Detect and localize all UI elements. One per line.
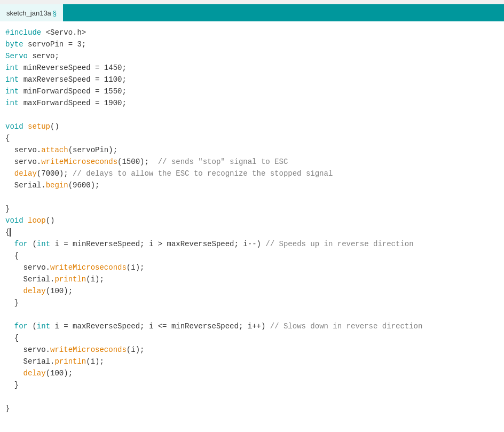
code-line: { — [3, 226, 504, 238]
top-spacer — [0, 0, 504, 4]
code-line: void setup() — [3, 121, 504, 132]
code-line: delay(7000); // delays to allow the ESC … — [3, 168, 504, 179]
app-container: sketch_jan13a § #include <Servo.h> byte … — [0, 0, 504, 432]
tab-label: sketch_jan13a — [6, 9, 51, 17]
tab-symbol: § — [53, 9, 57, 17]
code-line: servo.writeMicroseconds(i); — [3, 262, 504, 273]
code-area: #include <Servo.h> byte servoPin = 3; Se… — [0, 21, 504, 432]
code-line: { — [3, 332, 504, 344]
code-line: for (int i = minReverseSpeed; i > maxRev… — [3, 238, 504, 250]
code-line: Serial.println(i); — [3, 356, 504, 367]
tab-bar: sketch_jan13a § — [0, 4, 504, 21]
code-line: } — [3, 403, 504, 414]
code-line: } — [3, 297, 504, 309]
blank-line — [3, 109, 504, 121]
code-line: delay(100); — [3, 367, 504, 379]
code-line: delay(100); — [3, 285, 504, 297]
code-line: for (int i = maxReverseSpeed; i <= minRe… — [3, 320, 504, 332]
code-line: servo.writeMicroseconds(i); — [3, 344, 504, 356]
code-line: servo.attach(servoPin); — [3, 144, 504, 156]
sketch-tab[interactable]: sketch_jan13a § — [0, 4, 64, 21]
code-line: } — [3, 203, 504, 215]
code-line: byte servoPin = 3; — [3, 38, 504, 50]
blank-line — [3, 191, 504, 203]
code-line: int minForwardSpeed = 1550; — [3, 85, 504, 97]
code-line: Serial.begin(9600); — [3, 179, 504, 191]
blank-line — [3, 309, 504, 320]
code-line: { — [3, 132, 504, 144]
code-line: #include <Servo.h> — [3, 27, 504, 38]
code-line: void loop() — [3, 215, 504, 226]
blank-line — [3, 391, 504, 403]
code-line: int minReverseSpeed = 1450; — [3, 62, 504, 74]
code-line: servo.writeMicroseconds(1500); // sends … — [3, 156, 504, 168]
code-line: { — [3, 250, 504, 262]
code-line: int maxReverseSpeed = 1100; — [3, 74, 504, 85]
code-line: Servo servo; — [3, 50, 504, 62]
code-line: int maxForwardSpeed = 1900; — [3, 97, 504, 109]
code-line: } — [3, 379, 504, 391]
code-line: Serial.println(i); — [3, 273, 504, 285]
